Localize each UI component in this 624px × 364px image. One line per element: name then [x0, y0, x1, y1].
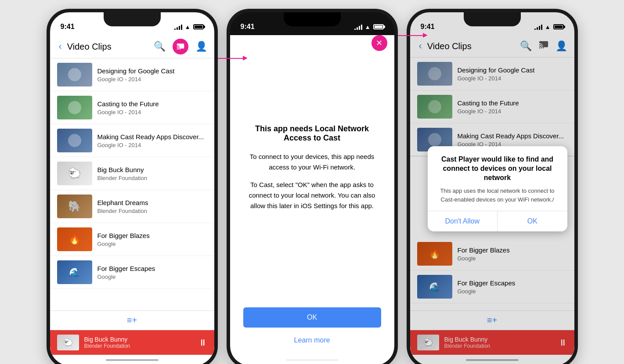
video-title-bbb-left: Big Buck Bunny [97, 166, 207, 174]
bottom-bar-right: ≡+ 🐑 Big Buck Bunny Blender Foundation ⏸ [410, 310, 574, 364]
video-title-escapes-right: For Bigger Escapes [458, 279, 567, 288]
dialog-background-middle: This app needs Local Network Access to C… [230, 35, 394, 364]
search-icon-left[interactable]: 🔍 [154, 41, 166, 52]
dialog-actions-middle: OK Learn more [230, 299, 394, 355]
dont-allow-button-right[interactable]: Don't Allow [428, 211, 498, 231]
battery-icon-left [193, 24, 204, 29]
video-item-escapes-right[interactable]: 🌊 For Bigger Escapes Google [410, 270, 574, 303]
back-button-right[interactable]: ‹ [417, 39, 424, 54]
signal-icon-right [534, 24, 542, 30]
status-icons-middle: ▲ [354, 24, 384, 30]
pause-icon-left[interactable]: ⏸ [198, 338, 207, 348]
video-info-escapes-left: For Bigger Escapes Google [97, 264, 207, 281]
overlay-dialog-right: Cast Player would like to find and conne… [428, 146, 567, 231]
learn-more-button-middle[interactable]: Learn more [243, 333, 381, 348]
dialog-title-middle: This app needs Local Network Access to C… [243, 124, 381, 143]
dialog-body2-middle: To Cast, select "OK" when the app asks t… [243, 180, 381, 211]
np-info-left: Big Buck Bunny Blender Foundation [84, 336, 193, 349]
video-info-making-left: Making Cast Ready Apps Discover... Googl… [97, 133, 207, 149]
dialog-body1-middle: To connect to your devices, this app nee… [243, 151, 381, 173]
status-time-middle: 9:41 [241, 23, 255, 31]
bottom-bar-left: ≡+ 🐑 Big Buck Bunny Blender Foundation ⏸ [50, 310, 214, 364]
video-list-left: Designing for Google Cast Google IO - 20… [50, 58, 214, 321]
wifi-icon-right: ▲ [545, 24, 551, 30]
video-thumb-elephant-left: 🐘 [57, 195, 92, 218]
video-info-designing-left: Designing for Google Cast Google IO - 20… [97, 67, 207, 83]
video-title-casting-right: Casting to the Future [458, 99, 567, 108]
np-subtitle-right: Blender Foundation [444, 343, 553, 349]
overlay-ok-button-right[interactable]: OK [498, 211, 567, 231]
video-info-blazes-left: For Bigger Blazes Google [97, 231, 207, 248]
header-title-right: Video Clips [427, 41, 516, 51]
cast-icon-right[interactable] [539, 40, 548, 52]
np-thumb-left: 🐑 [57, 335, 79, 350]
np-info-right: Big Buck Bunny Blender Foundation [444, 336, 553, 349]
now-playing-right[interactable]: 🐑 Big Buck Bunny Blender Foundation ⏸ [410, 330, 574, 355]
video-item-blazes-left[interactable]: 🔥 For Bigger Blazes Google [50, 223, 214, 256]
now-playing-left[interactable]: 🐑 Big Buck Bunny Blender Foundation ⏸ [50, 330, 214, 355]
arrow-middle-to-right [398, 35, 424, 36]
profile-icon-left[interactable]: 👤 [195, 41, 207, 52]
close-icon-middle: ✕ [376, 38, 382, 48]
np-title-right: Big Buck Bunny [444, 336, 553, 343]
video-subtitle-designing-right: Google IO - 2014 [458, 75, 567, 82]
status-icons-right: ▲ [534, 24, 564, 30]
np-thumb-right: 🐑 [417, 335, 439, 350]
back-button-left[interactable]: ‹ [57, 39, 64, 54]
app-header-left: ‹ Video Clips 🔍 👤 [50, 35, 214, 58]
video-thumb-making-left [57, 129, 92, 152]
video-item-blazes-right[interactable]: 🔥 For Bigger Blazes Google [410, 238, 574, 270]
video-info-bbb-left: Big Buck Bunny Blender Foundation [97, 166, 207, 182]
close-button-middle[interactable]: ✕ [372, 35, 387, 51]
video-thumb-escapes-left: 🌊 [57, 260, 92, 284]
video-thumb-blazes-right: 🔥 [417, 242, 452, 266]
cast-icon-active-left[interactable] [173, 39, 188, 54]
signal-icon-middle [354, 24, 362, 30]
queue-button-right[interactable]: ≡+ [410, 311, 574, 330]
video-thumb-casting-right [417, 95, 452, 119]
video-thumb-casting-left [57, 96, 92, 119]
video-subtitle-escapes-right: Google [458, 288, 567, 295]
home-indicator-right [410, 355, 574, 364]
video-subtitle-elephant-left: Blender Foundation [97, 208, 207, 214]
status-time-left: 9:41 [61, 23, 75, 31]
video-item-bbb-left[interactable]: 🐑 Big Buck Bunny Blender Foundation [50, 157, 214, 190]
video-title-blazes-left: For Bigger Blazes [97, 231, 207, 240]
pause-icon-right[interactable]: ⏸ [559, 338, 567, 348]
video-title-making-left: Making Cast Ready Apps Discover... [97, 133, 207, 141]
header-title-left: Video Clips [67, 42, 150, 52]
ok-button-middle[interactable]: OK [243, 307, 381, 328]
queue-button-left[interactable]: ≡+ [50, 311, 214, 330]
video-title-making-right: Making Cast Ready Apps Discover... [458, 132, 567, 141]
video-subtitle-blazes-right: Google [458, 255, 567, 262]
queue-icon-right: ≡+ [487, 315, 497, 325]
video-subtitle-casting-right: Google IO - 2014 [458, 108, 567, 115]
wifi-icon-middle: ▲ [365, 24, 371, 30]
video-subtitle-casting-left: Google IO - 2014 [97, 109, 207, 115]
video-thumb-designing-left [57, 63, 92, 86]
overlay-dialog-body-right: This app uses the local network to conne… [435, 187, 560, 204]
battery-icon-middle [373, 24, 384, 29]
video-item-casting-right[interactable]: Casting to the Future Google IO - 2014 [410, 90, 574, 123]
status-time-right: 9:41 [421, 23, 435, 31]
video-thumb-escapes-right: 🌊 [417, 275, 452, 299]
video-item-designing-right[interactable]: Designing for Google Cast Google IO - 20… [410, 58, 574, 90]
video-item-making-left[interactable]: Making Cast Ready Apps Discover... Googl… [50, 124, 214, 157]
queue-icon-left: ≡+ [127, 315, 137, 325]
video-item-casting-left[interactable]: Casting to the Future Google IO - 2014 [50, 91, 214, 124]
search-icon-right[interactable]: 🔍 [520, 40, 532, 52]
video-item-elephant-left[interactable]: 🐘 Elephant Dreams Blender Foundation [50, 190, 214, 223]
video-item-designing-left[interactable]: Designing for Google Cast Google IO - 20… [50, 58, 214, 91]
np-title-left: Big Buck Bunny [84, 336, 193, 343]
profile-icon-right[interactable]: 👤 [555, 40, 567, 52]
overlay-dialog-content-right: Cast Player would like to find and conne… [428, 146, 567, 204]
video-subtitle-bbb-left: Blender Foundation [97, 175, 207, 181]
dialog-inner-middle: This app needs Local Network Access to C… [230, 35, 394, 299]
np-subtitle-left: Blender Foundation [84, 343, 193, 349]
video-title-designing-right: Designing for Google Cast [458, 66, 567, 75]
video-thumb-bbb-left: 🐑 [57, 162, 92, 185]
arrow-left-to-middle [218, 58, 244, 59]
video-title-elephant-left: Elephant Dreams [97, 198, 207, 207]
video-item-escapes-left[interactable]: 🌊 For Bigger Escapes Google [50, 256, 214, 289]
video-thumb-designing-right [417, 62, 452, 86]
